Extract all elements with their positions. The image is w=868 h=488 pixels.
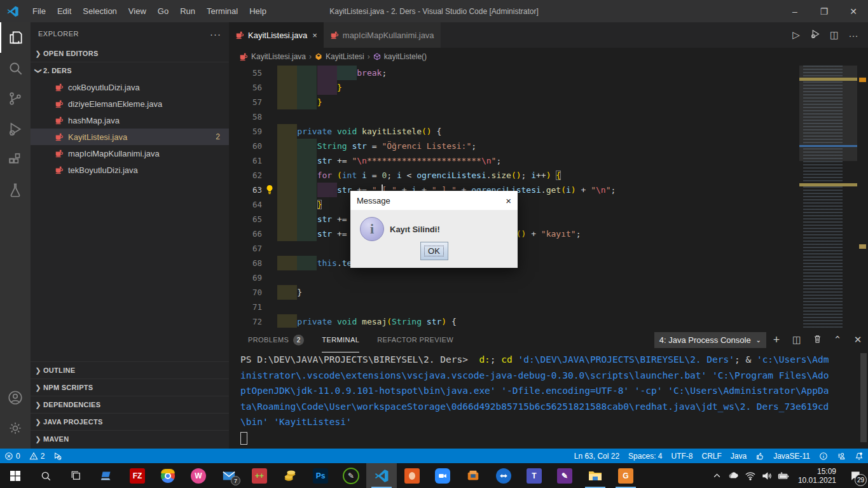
folder-section[interactable]: ❯ 2. DERS (31, 62, 229, 79)
breadcrumb-item[interactable]: KayitListesi.java (239, 52, 306, 61)
close-panel-icon[interactable]: ✕ (848, 334, 868, 345)
lightbulb-icon[interactable] (265, 185, 275, 195)
notification-center-icon[interactable]: 29 (843, 463, 868, 488)
file-item[interactable]: diziyeElemanEkleme.java (31, 95, 229, 112)
terminal-select[interactable]: 4: Java Process Console⌄ (654, 332, 766, 348)
screen-capture-app-icon[interactable] (397, 463, 427, 488)
account-icon[interactable] (0, 382, 31, 413)
minimize-button[interactable]: – (780, 0, 809, 22)
panel-tab-terminal[interactable]: TERMINAL (322, 328, 359, 352)
run-button[interactable]: ▷ (787, 29, 806, 41)
battery-icon[interactable] (775, 463, 792, 488)
chevron-up-icon[interactable] (709, 463, 726, 488)
ok-button[interactable]: OK (420, 242, 448, 260)
menu-help[interactable]: Help (244, 6, 272, 16)
file-item[interactable]: hashMap.java (31, 112, 229, 129)
explorer-icon[interactable] (0, 22, 31, 53)
coins-app-icon[interactable] (275, 463, 305, 488)
status-crlf[interactable]: CRLF (697, 449, 726, 463)
more-actions-icon[interactable]: ··· (844, 30, 863, 41)
maximize-panel-icon[interactable]: ⌃ (827, 334, 848, 345)
terminal[interactable]: PS D:\DEV\JAVA\PROJECTS\BIREYSEL\2. Ders… (229, 352, 868, 449)
breadcrumb-item[interactable]: KayitListesi (315, 52, 364, 61)
green-pen-app-icon[interactable]: ✎ (336, 463, 366, 488)
file-explorer-icon[interactable] (580, 463, 610, 488)
status-0[interactable]: 0 (0, 449, 25, 463)
panel-tab-problems[interactable]: PROBLEMS2 (248, 328, 304, 352)
start-icon[interactable] (0, 463, 31, 488)
orange-cube-app-icon[interactable] (458, 463, 488, 488)
breadcrumb-item[interactable]: kayitListele() (373, 52, 427, 61)
status-bell-icon[interactable] (850, 449, 868, 463)
status-java[interactable]: Java (726, 449, 751, 463)
status-thumbsup-icon[interactable] (751, 449, 769, 463)
section-outline[interactable]: ❯OUTLINE (31, 361, 229, 379)
close-button[interactable]: ✕ (839, 0, 868, 22)
section-maven[interactable]: ❯MAVEN (31, 430, 229, 447)
teams-icon[interactable]: T (519, 463, 549, 488)
status-info-icon[interactable] (815, 449, 832, 463)
code-editor[interactable]: 55 break;56 }57 }5859 private void kayit… (229, 66, 868, 328)
section-dependencies[interactable]: ❯DEPENDENCIES (31, 396, 229, 413)
file-item[interactable]: mapIciMapKullanimi.java (31, 145, 229, 162)
menu-run[interactable]: Run (174, 6, 201, 16)
menu-file[interactable]: File (27, 6, 52, 16)
tab-KayitListesi.java[interactable]: KayitListesi.java× (229, 22, 324, 48)
kill-terminal-icon[interactable] (807, 334, 827, 345)
section-npm-scripts[interactable]: ❯NPM SCRIPTS (31, 379, 229, 396)
search-taskbar-icon[interactable] (31, 463, 61, 488)
menu-edit[interactable]: Edit (52, 6, 77, 16)
editor-scrollbar[interactable] (857, 66, 868, 328)
open-editors-section[interactable]: ❯ OPEN EDITORS (31, 45, 229, 62)
teamviewer-icon[interactable] (488, 463, 519, 488)
run-debug-icon[interactable] (0, 114, 31, 144)
status-javase-11[interactable]: JavaSE-11 (769, 449, 815, 463)
file-item[interactable]: cokBoyutluDizi.java (31, 79, 229, 95)
status-spaces-4[interactable]: Spaces: 4 (624, 449, 666, 463)
terminal-scrollbar[interactable] (860, 353, 867, 442)
status-debug-icon[interactable] (49, 449, 67, 463)
task-view-icon[interactable] (61, 463, 92, 488)
settings-gear-icon[interactable] (0, 413, 31, 443)
taskbar-clock[interactable]: 15:09 10.01.2021 (792, 467, 843, 485)
red-plusplus-app-icon[interactable]: ++ (244, 463, 275, 488)
mail-icon[interactable]: 7 (214, 463, 244, 488)
photoshop-icon[interactable]: Ps (305, 463, 336, 488)
dialog-close-icon[interactable]: × (506, 195, 511, 206)
debug-run-button[interactable] (806, 29, 825, 41)
status-2[interactable]: 2 (25, 449, 50, 463)
status-feedback-icon[interactable] (832, 449, 850, 463)
split-editor-icon[interactable]: ◫ (825, 29, 844, 41)
filezilla-icon[interactable]: FZ (122, 463, 153, 488)
menu-go[interactable]: Go (152, 6, 174, 16)
section-java-projects[interactable]: ❯JAVA PROJECTS (31, 413, 229, 430)
minimap[interactable] (799, 66, 857, 328)
chrome-icon[interactable] (153, 463, 183, 488)
status-utf-8[interactable]: UTF-8 (666, 449, 697, 463)
split-terminal-icon[interactable]: ◫ (787, 334, 807, 345)
purple-pen-app-icon[interactable]: ✎ (549, 463, 580, 488)
test-icon[interactable] (0, 175, 31, 206)
tab-mapIciMapKullanimi.java[interactable]: mapIciMapKullanimi.java (324, 22, 441, 48)
sidebar-more-icon[interactable]: ··· (210, 29, 221, 39)
tab-close-icon[interactable]: × (312, 31, 317, 40)
pdf-app-icon[interactable]: G (610, 463, 641, 488)
vscode-icon[interactable] (366, 463, 397, 488)
new-terminal-icon[interactable]: + (766, 333, 787, 347)
source-control-icon[interactable] (0, 83, 31, 114)
status-ln-63-col-22[interactable]: Ln 63, Col 22 (570, 449, 624, 463)
onedrive-icon[interactable] (726, 463, 742, 488)
panel-tab-refactor-preview[interactable]: REFACTOR PREVIEW (377, 328, 453, 352)
wifi-icon[interactable] (742, 463, 759, 488)
file-item[interactable]: tekBoyutluDizi.java (31, 162, 229, 178)
menu-view[interactable]: View (123, 6, 152, 16)
volume-icon[interactable] (759, 463, 775, 488)
laptop-app-icon[interactable] (92, 463, 122, 488)
file-item[interactable]: KayitListesi.java2 (31, 129, 229, 145)
zoom-app-icon[interactable] (427, 463, 458, 488)
menu-selection[interactable]: Selection (77, 6, 122, 16)
restore-button[interactable]: ❐ (809, 0, 839, 22)
extensions-icon[interactable] (0, 144, 31, 175)
search-icon[interactable] (0, 53, 31, 83)
menu-terminal[interactable]: Terminal (201, 6, 244, 16)
